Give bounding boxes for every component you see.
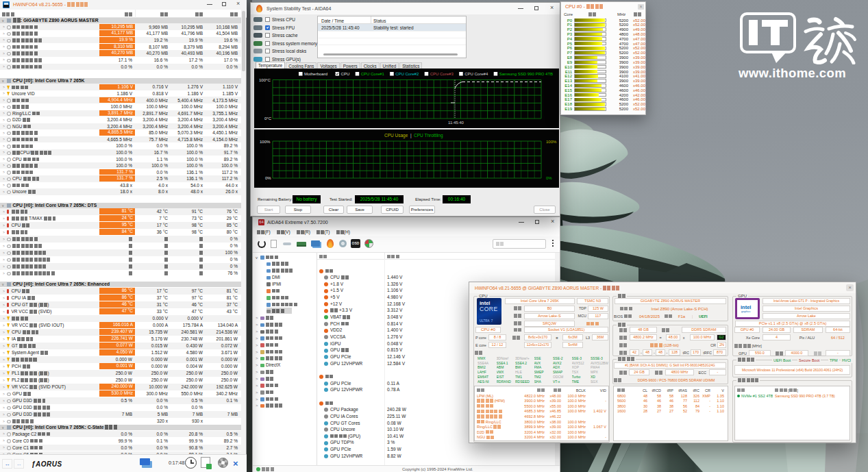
- svg-text:0%: 0%: [546, 176, 552, 180]
- svg-text:100°C: 100°C: [259, 78, 271, 82]
- svg-text:0°C: 0°C: [264, 116, 272, 121]
- svg-text:Samsung SSD 990 PRO 4TB: Samsung SSD 990 PRO 4TB: [499, 72, 553, 76]
- svg-text:CPU Core#2: CPU Core#2: [395, 72, 419, 76]
- svg-text:CPU Core#4: CPU Core#4: [464, 72, 488, 76]
- svg-text:11:45:40: 11:45:40: [448, 121, 464, 125]
- svg-text:CPU Usage: CPU Usage: [384, 133, 408, 138]
- svg-text:CPU: CPU: [341, 72, 350, 76]
- svg-text:100%: 100%: [546, 140, 557, 144]
- svg-text:0%: 0%: [265, 176, 271, 180]
- svg-text:Motherboard: Motherboard: [304, 72, 327, 76]
- svg-text:CPU Core#3: CPU Core#3: [430, 72, 454, 76]
- svg-text:100%: 100%: [260, 140, 271, 144]
- svg-text:CPU Core#1: CPU Core#1: [361, 72, 385, 76]
- svg-text:|: |: [410, 133, 412, 138]
- svg-text:CPU Throttling: CPU Throttling: [414, 133, 443, 138]
